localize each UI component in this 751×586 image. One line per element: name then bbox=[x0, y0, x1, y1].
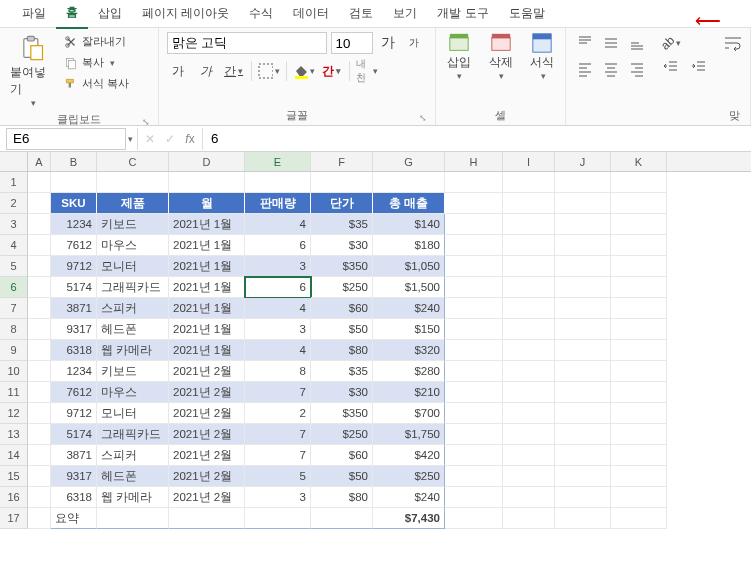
cell[interactable]: 3 bbox=[245, 256, 311, 277]
menu-formulas[interactable]: 수식 bbox=[239, 0, 283, 28]
select-all-corner[interactable] bbox=[0, 152, 28, 171]
cell[interactable] bbox=[503, 487, 555, 508]
align-middle-button[interactable] bbox=[600, 32, 622, 54]
align-top-button[interactable] bbox=[574, 32, 596, 54]
cell[interactable] bbox=[611, 466, 667, 487]
cell[interactable]: 5174 bbox=[51, 277, 97, 298]
cell[interactable] bbox=[503, 193, 555, 214]
insert-cells-button[interactable]: 삽입▾ bbox=[444, 32, 474, 81]
cell[interactable]: 2021년 1월 bbox=[169, 235, 245, 256]
cell[interactable]: 헤드폰 bbox=[97, 319, 169, 340]
decrease-indent-button[interactable] bbox=[660, 56, 682, 78]
cell[interactable] bbox=[28, 424, 51, 445]
cell[interactable]: $180 bbox=[373, 235, 445, 256]
cell[interactable]: 3 bbox=[245, 319, 311, 340]
cell[interactable] bbox=[503, 235, 555, 256]
format-cells-button[interactable]: 서식▾ bbox=[527, 32, 557, 81]
cell[interactable]: 2021년 1월 bbox=[169, 340, 245, 361]
cell[interactable] bbox=[445, 277, 503, 298]
formula-input[interactable] bbox=[203, 128, 751, 150]
cell[interactable]: $150 bbox=[373, 319, 445, 340]
cell[interactable]: 단가 bbox=[311, 193, 373, 214]
cell[interactable] bbox=[503, 382, 555, 403]
cell[interactable] bbox=[611, 235, 667, 256]
cell[interactable]: 2021년 1월 bbox=[169, 214, 245, 235]
cell[interactable] bbox=[28, 235, 51, 256]
cell[interactable]: 웹 카메라 bbox=[97, 340, 169, 361]
align-center-button[interactable] bbox=[600, 58, 622, 80]
cell[interactable]: $210 bbox=[373, 382, 445, 403]
paste-button[interactable]: 붙여넣기▾ bbox=[8, 32, 56, 110]
underline-button[interactable]: 간▾ bbox=[223, 60, 245, 82]
cell[interactable] bbox=[611, 508, 667, 529]
cell[interactable]: 8 bbox=[245, 361, 311, 382]
cell[interactable] bbox=[97, 508, 169, 529]
cell[interactable] bbox=[28, 403, 51, 424]
cell[interactable] bbox=[555, 487, 611, 508]
cell[interactable]: 키보드 bbox=[97, 361, 169, 382]
cell[interactable] bbox=[555, 235, 611, 256]
cell[interactable]: $80 bbox=[311, 340, 373, 361]
cell[interactable] bbox=[555, 508, 611, 529]
cell[interactable]: $35 bbox=[311, 361, 373, 382]
cell[interactable]: 2021년 1월 bbox=[169, 277, 245, 298]
cell[interactable]: $240 bbox=[373, 487, 445, 508]
cell[interactable]: $30 bbox=[311, 235, 373, 256]
cell[interactable] bbox=[311, 172, 373, 193]
cell[interactable]: 7612 bbox=[51, 235, 97, 256]
cell[interactable] bbox=[503, 403, 555, 424]
cell[interactable] bbox=[245, 172, 311, 193]
cell[interactable]: 총 매출 bbox=[373, 193, 445, 214]
cell[interactable] bbox=[503, 445, 555, 466]
cell[interactable] bbox=[445, 256, 503, 277]
clipboard-launcher[interactable]: ⤡ bbox=[142, 117, 150, 127]
cell[interactable] bbox=[445, 172, 503, 193]
cell[interactable] bbox=[445, 361, 503, 382]
cell[interactable] bbox=[555, 319, 611, 340]
cell[interactable] bbox=[445, 487, 503, 508]
align-right-button[interactable] bbox=[626, 58, 648, 80]
cell[interactable] bbox=[503, 214, 555, 235]
cell[interactable]: 3871 bbox=[51, 298, 97, 319]
cell[interactable] bbox=[555, 361, 611, 382]
row-header[interactable]: 8 bbox=[0, 319, 28, 340]
cell[interactable] bbox=[611, 424, 667, 445]
cell[interactable]: $35 bbox=[311, 214, 373, 235]
cell[interactable]: 스피커 bbox=[97, 445, 169, 466]
name-box[interactable] bbox=[6, 128, 126, 150]
cell[interactable] bbox=[445, 445, 503, 466]
cell[interactable] bbox=[503, 277, 555, 298]
cell[interactable]: 2021년 2월 bbox=[169, 445, 245, 466]
col-header-c[interactable]: C bbox=[97, 152, 169, 171]
cell[interactable]: 2021년 2월 bbox=[169, 424, 245, 445]
menu-pagelayout[interactable]: 페이지 레이아웃 bbox=[132, 0, 239, 28]
italic-button[interactable]: 가 bbox=[195, 60, 217, 82]
cell[interactable] bbox=[503, 172, 555, 193]
cell[interactable] bbox=[611, 319, 667, 340]
cell[interactable] bbox=[611, 172, 667, 193]
cell[interactable] bbox=[611, 256, 667, 277]
col-header-b[interactable]: B bbox=[51, 152, 97, 171]
cell[interactable] bbox=[503, 361, 555, 382]
cell[interactable]: 3871 bbox=[51, 445, 97, 466]
phonetic-button[interactable]: 내천▾ bbox=[356, 60, 378, 82]
menu-review[interactable]: 검토 bbox=[339, 0, 383, 28]
cell[interactable] bbox=[311, 508, 373, 529]
cell[interactable] bbox=[611, 298, 667, 319]
cell[interactable] bbox=[611, 193, 667, 214]
row-header[interactable]: 13 bbox=[0, 424, 28, 445]
row-header[interactable]: 7 bbox=[0, 298, 28, 319]
row-header[interactable]: 10 bbox=[0, 361, 28, 382]
cell[interactable] bbox=[611, 403, 667, 424]
cell[interactable] bbox=[503, 319, 555, 340]
cell[interactable]: 6318 bbox=[51, 340, 97, 361]
cell[interactable]: 9712 bbox=[51, 403, 97, 424]
cell[interactable]: 마우스 bbox=[97, 382, 169, 403]
cell[interactable]: 그래픽카드 bbox=[97, 277, 169, 298]
cell[interactable] bbox=[503, 466, 555, 487]
cell[interactable]: 2021년 1월 bbox=[169, 319, 245, 340]
cell[interactable] bbox=[28, 466, 51, 487]
cell[interactable] bbox=[28, 256, 51, 277]
cell[interactable] bbox=[28, 340, 51, 361]
cell[interactable] bbox=[555, 424, 611, 445]
